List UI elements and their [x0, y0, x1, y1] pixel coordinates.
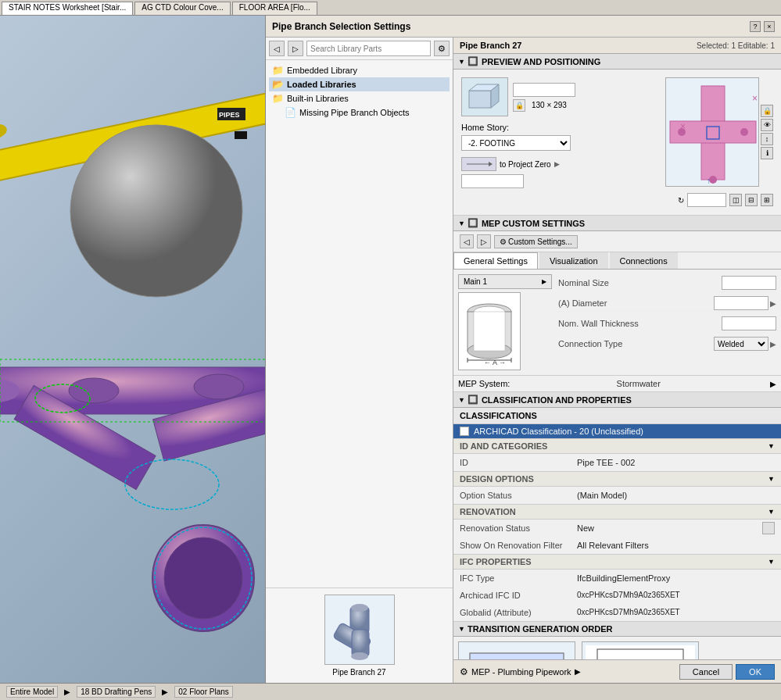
mep-system-arrow[interactable]: ▶	[770, 380, 776, 388]
tab-ag-ctd[interactable]: AG CTD Colour Cove...	[134, 2, 230, 15]
classification-row[interactable]: ARCHICAD Classification - 20 (Unclassifi…	[453, 424, 781, 438]
nominal-size-input[interactable]: nom 100	[722, 276, 776, 290]
mep-system-label: MEP System:	[458, 379, 510, 388]
selected-info: Selected: 1 Editable: 1	[697, 41, 775, 50]
tab-stair-notes[interactable]: STAIR NOTES Worksheet [Stair...	[2, 2, 133, 15]
tree-item-embedded[interactable]: 📁 Embedded Library	[269, 63, 450, 77]
status-pens[interactable]: 18 BD Drafting Pens	[77, 686, 156, 698]
search-input[interactable]	[306, 41, 431, 56]
renovation-status-value: New	[577, 522, 775, 534]
custom-settings-btn[interactable]: ⚙ Custom Settings...	[494, 235, 578, 248]
offset-input[interactable]: -2459	[461, 174, 524, 188]
size-value: 130 × 293	[532, 101, 567, 109]
section-title-preview: PREVIEW AND POSITIONING	[482, 57, 600, 66]
status-model[interactable]: Entire Model	[6, 686, 58, 698]
bottom-right-area: Cancel OK	[679, 664, 775, 680]
svg-point-21	[351, 604, 368, 612]
tab-bar: STAIR NOTES Worksheet [Stair... AG CTD C…	[0, 0, 781, 16]
tab-visualization[interactable]: Visualization	[539, 252, 608, 269]
custom-settings-label: Custom Settings...	[508, 238, 572, 246]
ifc-properties-header[interactable]: IFC PROPERTIES ▼	[453, 554, 781, 570]
connection-type-select[interactable]: Welded	[714, 337, 768, 351]
close-button[interactable]: ×	[764, 21, 775, 32]
id-categories-header[interactable]: ID AND CATEGORIES ▼	[453, 438, 781, 454]
mirror-v-btn[interactable]: ⊟	[745, 194, 758, 206]
mep-arrow[interactable]: ▶	[575, 667, 581, 676]
svg-text:↑: ↑	[707, 177, 711, 185]
back-icon[interactable]: ◁	[269, 41, 285, 56]
forward-icon[interactable]: ▷	[288, 41, 303, 56]
mirror-h-btn[interactable]: ◫	[729, 194, 742, 206]
connection-type-arrow[interactable]: ▶	[770, 340, 776, 348]
svg-point-13	[164, 538, 242, 619]
mep-nav-prev[interactable]: ◁	[460, 234, 474, 248]
section-transition: ▼ TRANSITION GENERATION ORDER	[453, 622, 781, 659]
tab-general-settings[interactable]: General Settings	[453, 252, 538, 269]
svg-point-32	[740, 128, 748, 136]
mep-nav: ◁ ▷ ⚙ Custom Settings...	[453, 231, 781, 252]
mep-icon: ⚙	[460, 666, 468, 677]
renovation-header[interactable]: RENOVATION ▼	[453, 504, 781, 520]
section-header-preview[interactable]: ▼ 🔲 PREVIEW AND POSITIONING	[453, 54, 781, 70]
transition-images	[458, 641, 776, 659]
design-options-header[interactable]: DESIGN OPTIONS ▼	[453, 471, 781, 487]
to-project-zero-label: to Project Zero	[500, 160, 551, 169]
wall-thickness-input[interactable]: 2	[722, 316, 776, 330]
icon-btn-1[interactable]: 🔒	[761, 105, 773, 117]
preview-pos-area: 1441 🔒 130 × 293	[457, 73, 778, 212]
ok-button[interactable]: OK	[736, 664, 775, 680]
icon-btn-4[interactable]: ℹ	[761, 147, 773, 159]
nominal-size-label: Nominal Size	[558, 278, 722, 288]
app-status-bar: Entire Model ▶ 18 BD Drafting Pens ▶ 02 …	[0, 683, 781, 700]
cancel-button[interactable]: Cancel	[679, 664, 733, 680]
value-1441-input[interactable]: 1441	[513, 83, 575, 97]
collapse-icon-classif: ▼	[458, 396, 465, 404]
tree-item-builtin[interactable]: 📁 Built-in Libraries	[269, 91, 450, 105]
tree-item-label: Missing Pipe Branch Objects	[299, 108, 410, 117]
main1-header[interactable]: Main 1 ▶	[458, 274, 552, 289]
id-categories-label: ID AND CATEGORIES	[460, 441, 547, 451]
icon-btn-2[interactable]: 👁	[761, 119, 773, 131]
main1-label: Main 1	[464, 277, 487, 286]
svg-text:×: ×	[680, 121, 686, 132]
help-button[interactable]: ?	[750, 21, 761, 32]
elevation-icon	[461, 157, 496, 171]
home-story-dropdown[interactable]: -2. FOOTING	[461, 135, 571, 151]
connection-type-value: Welded ▶	[714, 337, 776, 351]
tree-item-label: Embedded Library	[287, 66, 357, 75]
section-preview-positioning: ▼ 🔲 PREVIEW AND POSITIONING	[453, 54, 781, 216]
tab-connections[interactable]: Connections	[610, 252, 678, 269]
svg-point-7	[69, 378, 119, 403]
globalid-row: Globalid (Attribute) 0xcPHKcsD7Mh9A0z365…	[453, 604, 781, 621]
lock-icon[interactable]: 🔒	[513, 99, 525, 112]
side-controls: 🔒 👁 ↕ ℹ	[761, 105, 773, 159]
globalid-value: 0xcPHKcsD7Mh9A0z365XET	[577, 608, 775, 616]
tab-floor-area[interactable]: FLOOR AREA [Flo...	[232, 2, 317, 15]
svg-point-8	[194, 374, 244, 399]
tree-item-missing[interactable]: 📄 Missing Pipe Branch Objects	[269, 105, 450, 120]
classif-checkbox[interactable]	[460, 427, 469, 436]
mep-nav-next[interactable]: ▷	[477, 234, 491, 248]
tree-item-loaded[interactable]: 📂 Loaded Libraries	[269, 77, 450, 91]
mep-system-row: MEP System: Stormwater ▶	[453, 375, 781, 391]
transition-diagram-left	[458, 641, 575, 659]
section-header-transition[interactable]: ▼ TRANSITION GENERATION ORDER	[453, 622, 781, 637]
option-status-label: Option Status	[460, 491, 577, 500]
panel-container: Pipe Branch Selection Settings ? × ◁ ▷ ⚙	[265, 16, 781, 683]
stretch-btn[interactable]: ⊞	[761, 194, 773, 206]
dialog-titlebar: Pipe Branch Selection Settings ? ×	[266, 16, 781, 38]
section-header-classif[interactable]: ▼ 🔲 CLASSIFICATION AND PROPERTIES	[453, 392, 781, 408]
diameter-input[interactable]: 75	[714, 296, 768, 310]
section-title-mep: MEP CUSTOM SETTINGS	[482, 219, 585, 228]
tree-item-label: Built-in Libraries	[287, 94, 349, 103]
settings-icon[interactable]: ⚙	[434, 41, 450, 56]
viewport-3d[interactable]: PIPES	[0, 16, 265, 683]
renovation-icon-btn[interactable]	[762, 522, 775, 534]
status-floor[interactable]: 02 Floor Plans	[174, 686, 232, 698]
props-scroll[interactable]: ▼ 🔲 PREVIEW AND POSITIONING	[453, 54, 781, 659]
icon-btn-3[interactable]: ↕	[761, 133, 773, 145]
diameter-arrow[interactable]: ▶	[770, 299, 776, 308]
prop-diameter: (A) Diameter 75 ▶	[558, 295, 776, 312]
section-header-mep[interactable]: ▼ 🔲 MEP CUSTOM SETTINGS	[453, 216, 781, 231]
rotation-input[interactable]: 0.00°	[687, 193, 726, 207]
